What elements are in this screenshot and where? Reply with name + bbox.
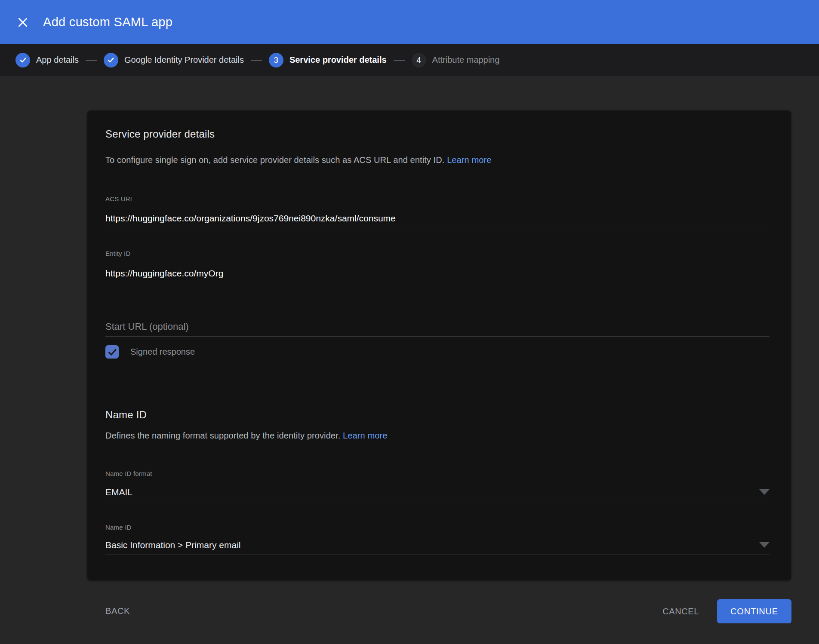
stepper: App details Google Identity Provider det… [0, 44, 819, 76]
step-3-label: Service provider details [289, 55, 387, 65]
step-app-details[interactable]: App details [15, 53, 79, 67]
entity-id-input[interactable] [105, 268, 770, 281]
step-1-check-circle [15, 53, 30, 67]
step-google-idp-details[interactable]: Google Identity Provider details [104, 53, 244, 67]
name-id-select[interactable]: Basic Information > Primary email [105, 540, 770, 555]
section-title-name-id: Name ID [105, 409, 770, 421]
acs-url-input[interactable] [105, 213, 770, 226]
continue-button[interactable]: CONTINUE [717, 599, 791, 623]
dialog-title: Add custom SAML app [43, 15, 172, 29]
step-2-check-circle [104, 53, 118, 67]
step-separator [394, 60, 405, 61]
service-provider-details-card: Service provider details To configure si… [87, 110, 791, 580]
name-id-format-label: Name ID format [105, 470, 770, 477]
learn-more-link[interactable]: Learn more [343, 431, 387, 440]
acs-url-label: ACS URL [105, 195, 770, 202]
name-id-description-text: Defines the naming format supported by t… [105, 431, 340, 440]
chevron-down-icon [759, 489, 770, 495]
footer-actions: CANCEL CONTINUE [662, 599, 791, 623]
name-id-value: Basic Information > Primary email [105, 540, 241, 550]
name-id-label: Name ID [105, 524, 770, 531]
learn-more-link[interactable]: Learn more [447, 155, 491, 165]
dialog-header: Add custom SAML app [0, 0, 819, 44]
step-service-provider-details[interactable]: 3 Service provider details [269, 53, 387, 67]
step-4-label: Attribute mapping [432, 55, 500, 65]
cancel-button[interactable]: CANCEL [662, 607, 699, 616]
step-separator [86, 60, 97, 61]
signed-response-label: Signed response [130, 347, 195, 357]
step-separator [251, 60, 262, 61]
section-title-service-provider: Service provider details [105, 128, 770, 140]
step-3-number-circle: 3 [269, 53, 283, 67]
name-id-format-value: EMAIL [105, 487, 132, 497]
name-id-format-select[interactable]: EMAIL [105, 487, 770, 502]
step-1-label: App details [36, 55, 79, 65]
step-2-label: Google Identity Provider details [124, 55, 244, 65]
name-id-description: Defines the naming format supported by t… [105, 431, 770, 441]
entity-id-label: Entity ID [105, 250, 770, 257]
check-icon [19, 56, 27, 64]
chevron-down-icon [759, 542, 770, 548]
signed-response-checkbox[interactable] [105, 345, 119, 359]
close-icon[interactable] [17, 17, 28, 28]
back-button[interactable]: BACK [105, 606, 130, 616]
section-description: To configure single sign on, add service… [105, 155, 770, 165]
step-4-number-circle: 4 [412, 53, 426, 67]
section-description-text: To configure single sign on, add service… [105, 155, 444, 165]
check-icon [107, 56, 115, 64]
step-attribute-mapping[interactable]: 4 Attribute mapping [412, 53, 500, 67]
check-icon [107, 347, 117, 357]
signed-response-row: Signed response [105, 345, 770, 359]
start-url-input[interactable] [105, 321, 770, 337]
